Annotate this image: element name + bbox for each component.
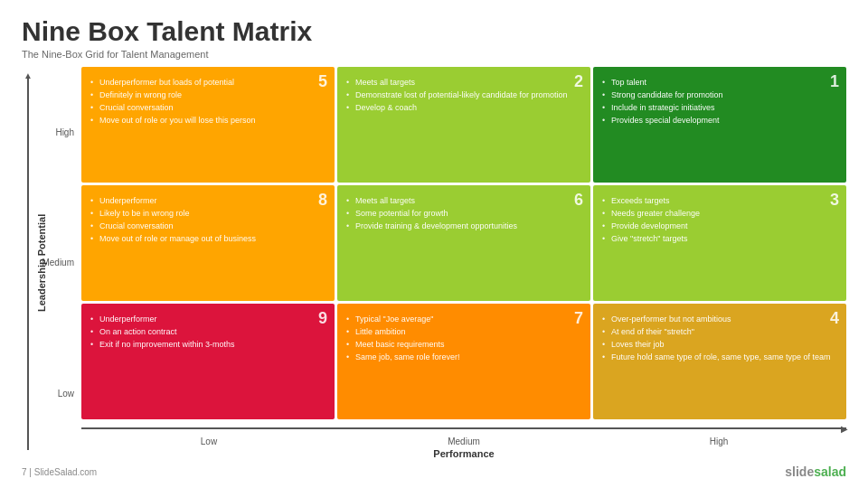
list-item: Meet basic requirements (346, 338, 581, 351)
cell-4: 4Over-performer but not ambitiousAt end … (593, 304, 846, 419)
page-title: Nine Box Talent Matrix (22, 16, 846, 47)
list-item: Some potential for growth (346, 207, 581, 220)
cell-1: 1Top talentStrong candidate for promotio… (593, 67, 846, 183)
x-axis-label: Performance (81, 448, 846, 459)
list-item: Over-performer but not ambitious (602, 313, 837, 325)
list-item: Typical "Joe average" (346, 313, 581, 325)
main-area: Leadership Potential High Medium Low 5Un… (22, 67, 846, 459)
list-item: On an action contract (90, 325, 326, 338)
footer: 7 | SlideSalad.com slidesalad (22, 465, 846, 479)
y-label-high: High (49, 67, 74, 198)
list-item: Same job, same role forever! (346, 351, 581, 363)
cell-list-8: UnderperformerLikely to be in wrong role… (90, 194, 326, 246)
list-item: Include in strategic initiatives (602, 101, 837, 114)
nine-box-grid: 5Underperformer but loads of potentialDe… (81, 67, 846, 419)
list-item: Move out of role or you will lose this p… (90, 114, 326, 127)
cell-list-7: Typical "Joe average"Little ambitionMeet… (346, 313, 581, 364)
list-item: Crucial conversation (90, 220, 326, 232)
list-item: Provides special development (602, 114, 837, 127)
page-number: 7 (22, 467, 27, 477)
list-item: Demonstrate lost of potential-likely can… (346, 89, 581, 101)
logo-salad: salad (814, 465, 846, 479)
site-label: | SlideSalad.com (29, 467, 97, 477)
list-item: Exceeds targets (602, 194, 837, 207)
cell-7: 7Typical "Joe average"Little ambitionMee… (337, 304, 590, 419)
list-item: Crucial conversation (90, 101, 326, 114)
cell-9: 9UnderperformerOn an action contractExit… (81, 304, 335, 419)
list-item: Exit if no improvement within 3-moths (90, 338, 326, 351)
cell-list-4: Over-performer but not ambitiousAt end o… (602, 313, 837, 364)
cell-3: 3Exceeds targetsNeeds greater challengeP… (593, 185, 846, 301)
cell-list-2: Meets all targetsDemonstrate lost of pot… (346, 76, 581, 114)
y-label-low: Low (49, 328, 74, 459)
y-row-labels: High Medium Low (49, 67, 78, 459)
y-axis-arrow (22, 67, 34, 459)
cell-8: 8UnderperformerLikely to be in wrong rol… (81, 185, 335, 301)
cell-6: 6Meets all targetsSome potential for gro… (337, 185, 590, 301)
list-item: Future hold same type of role, same type… (602, 351, 837, 363)
list-item: Loves their job (602, 338, 837, 351)
list-item: Underperformer but loads of potential (90, 76, 326, 89)
list-item: Little ambition (346, 325, 581, 338)
list-item: Provide development (602, 220, 837, 232)
page-subtitle: The Nine-Box Grid for Talent Management (22, 49, 846, 60)
footer-logo: slidesalad (785, 465, 846, 479)
x-axis-arrow (81, 422, 846, 435)
logo-slide: slide (785, 465, 814, 479)
cell-list-6: Meets all targetsSome potential for grow… (346, 194, 581, 232)
cell-2: 2Meets all targetsDemonstrate lost of po… (337, 67, 590, 183)
bottom-area: Low Medium High Performance (81, 422, 846, 459)
list-item: Definitely in wrong role (90, 89, 326, 101)
list-item: Develop & coach (346, 101, 581, 114)
x-col-labels: Low Medium High (81, 436, 846, 446)
footer-page: 7 | SlideSalad.com (22, 467, 97, 477)
list-item: Give "stretch" targets (602, 232, 837, 245)
list-item: Top talent (602, 76, 837, 89)
list-item: Provide training & development opportuni… (346, 220, 581, 232)
y-axis-container: Leadership Potential High Medium Low (22, 67, 78, 459)
cell-list-1: Top talentStrong candidate for promotion… (602, 76, 837, 127)
cell-list-5: Underperformer but loads of potentialDef… (90, 76, 326, 127)
list-item: Likely to be in wrong role (90, 207, 326, 220)
x-label-low: Low (81, 436, 336, 446)
y-axis-label: Leadership Potential (34, 67, 49, 459)
cell-5: 5Underperformer but loads of potentialDe… (81, 67, 335, 183)
list-item: Strong candidate for promotion (602, 89, 837, 101)
list-item: At end of their "stretch" (602, 325, 837, 338)
slide: Nine Box Talent Matrix The Nine-Box Grid… (0, 0, 868, 488)
list-item: Underperformer (90, 313, 326, 325)
x-label-medium: Medium (336, 436, 591, 446)
grid-and-bottom: 5Underperformer but loads of potentialDe… (81, 67, 846, 459)
cell-list-3: Exceeds targetsNeeds greater challengePr… (602, 194, 837, 246)
x-label-high: High (591, 436, 846, 446)
y-label-medium: Medium (49, 198, 74, 329)
list-item: Underperformer (90, 194, 326, 207)
list-item: Needs greater challenge (602, 207, 837, 220)
list-item: Meets all targets (346, 194, 581, 207)
list-item: Meets all targets (346, 76, 581, 89)
list-item: Move out of role or manage out of busine… (90, 232, 326, 245)
cell-list-9: UnderperformerOn an action contractExit … (90, 313, 326, 351)
